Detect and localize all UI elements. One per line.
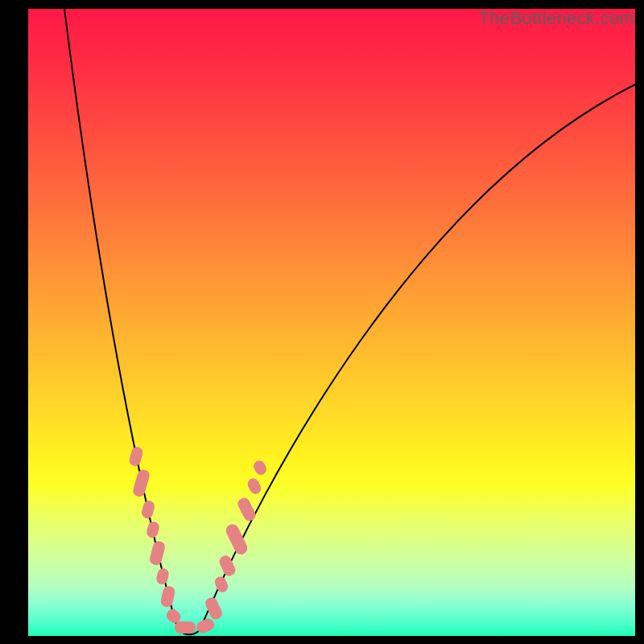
chart-frame: TheBottleneck.com [0, 0, 644, 644]
plot-area [28, 9, 635, 636]
watermark-text: TheBottleneck.com [479, 8, 634, 29]
